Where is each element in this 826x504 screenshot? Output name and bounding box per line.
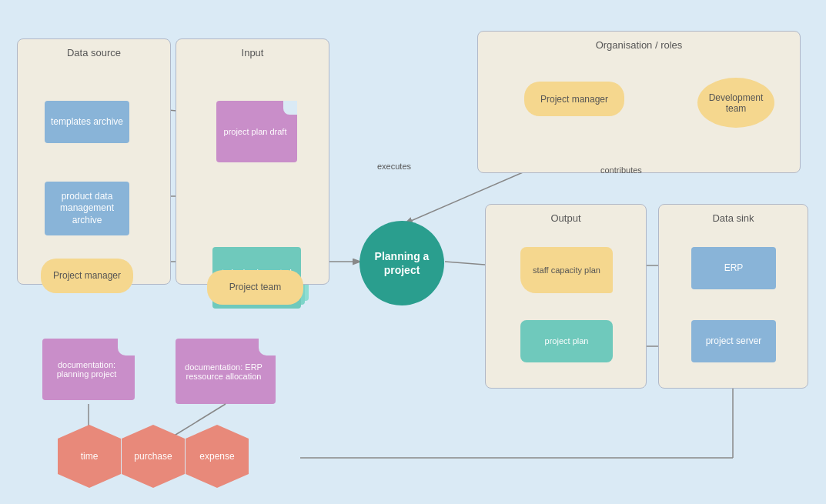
- executes-label: executes: [377, 162, 411, 171]
- diagram-container: Data source templates archive product da…: [0, 0, 826, 504]
- group-datasource-label: Data source: [67, 47, 121, 58]
- staff-capacity-plan: staff capacity plan: [520, 247, 613, 293]
- contributes-label: contributes: [600, 165, 642, 175]
- group-org: Organisation / roles Project manager Dev…: [477, 31, 801, 173]
- project-team: Project team: [207, 270, 303, 305]
- planning-project: Planning a project: [359, 221, 444, 305]
- doc-planning: documentation: planning project: [42, 339, 135, 400]
- hex-time: time: [58, 439, 121, 474]
- erp-sink: ERP: [691, 247, 776, 289]
- group-input-label: Input: [242, 47, 264, 58]
- hex-expense: expense: [186, 439, 249, 474]
- group-output: Output staff capacity plan project plan: [485, 204, 647, 389]
- group-datasink-label: Data sink: [712, 212, 754, 224]
- development-team: Development team: [697, 78, 774, 128]
- group-datasink: Data sink ERP project server: [658, 204, 808, 389]
- project-plan-output: project plan: [520, 320, 613, 362]
- hex-purchase: purchase: [122, 439, 185, 474]
- group-output-label: Output: [550, 212, 580, 224]
- project-manager-source: Project manager: [41, 259, 133, 293]
- group-input: Input project plan draft to be implement…: [176, 38, 329, 285]
- project-plan-draft: project plan draft: [216, 101, 297, 162]
- group-org-label: Organisation / roles: [596, 39, 683, 51]
- templates-archive: templates archive: [45, 101, 129, 143]
- doc-erp: documentation: ERP ressource allocation: [176, 339, 276, 404]
- product-data-archive: product data management archive: [45, 182, 129, 235]
- group-datasource: Data source templates archive product da…: [17, 38, 171, 285]
- project-manager-org: Project manager: [524, 82, 624, 116]
- project-server-sink: project server: [691, 320, 776, 362]
